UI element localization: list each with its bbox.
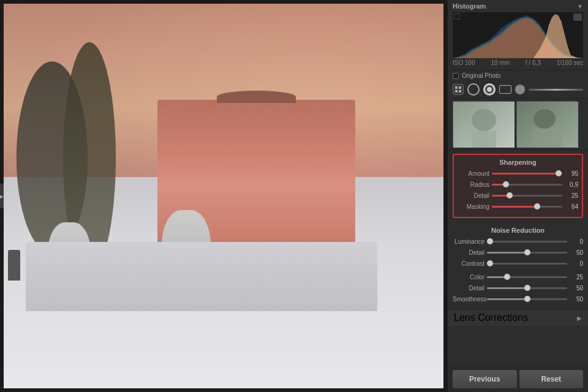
nr-color-label: Color <box>453 274 484 281</box>
photo-background <box>4 4 443 388</box>
svg-rect-0 <box>455 86 458 89</box>
sharpening-amount-value: 95 <box>565 170 578 177</box>
nr-contrast-value: 0 <box>570 260 583 267</box>
histogram-section: Histogram ▼ ISO 100 10 mm f / 6,3 <box>448 0 588 70</box>
tool-grid-icon[interactable] <box>453 84 464 95</box>
nr-smoothness-label: Smoothness <box>453 296 484 303</box>
original-photo-label: Original Photo <box>462 72 500 79</box>
nr-smoothness-row: Smoothness 50 <box>453 295 583 303</box>
nr-contrast-slider[interactable] <box>487 259 567 268</box>
nr-color-detail-slider[interactable] <box>487 284 567 292</box>
sharpening-section: Sharpening Amount 95 Radius <box>448 150 588 225</box>
nr-color-detail-row: Detail 50 <box>453 284 583 292</box>
noise-reduction-section: Noise Reduction Luminance 0 Detail <box>448 225 588 309</box>
sharpening-detail-label: Detail <box>458 192 489 199</box>
sharpening-radius-value: 0,9 <box>565 181 578 188</box>
svg-rect-6 <box>472 131 496 148</box>
lens-corrections-row[interactable]: Lens Corrections ▶ <box>448 309 588 326</box>
lens-corrections-chevron: ▶ <box>577 315 582 322</box>
histogram-focal: 10 mm <box>491 59 510 66</box>
previous-button[interactable]: Previous <box>453 370 517 388</box>
sharpening-detail-value: 25 <box>565 192 578 199</box>
noise-reduction-title: Noise Reduction <box>453 227 583 234</box>
histogram-svg <box>453 12 583 58</box>
right-panel: Histogram ▼ ISO 100 10 mm f / 6,3 <box>447 0 588 392</box>
bottom-buttons: Previous Reset <box>448 366 588 392</box>
sharpening-amount-row: Amount 95 <box>458 169 578 178</box>
sharpening-radius-slider[interactable] <box>492 180 562 189</box>
svg-rect-2 <box>455 90 458 92</box>
svg-point-5 <box>472 109 496 131</box>
nr-detail-value: 50 <box>570 249 583 256</box>
histogram-shutter: 1/160 sec <box>557 59 583 66</box>
tool-circle-icon[interactable] <box>467 83 480 96</box>
svg-rect-1 <box>459 86 461 89</box>
thumbnail-before[interactable] <box>453 101 514 147</box>
tool-dot-icon[interactable] <box>515 85 525 94</box>
histogram-iso: ISO 100 <box>453 59 475 66</box>
nr-luminance-label: Luminance <box>453 238 484 245</box>
nr-color-slider[interactable] <box>487 273 567 281</box>
histogram-title: Histogram <box>453 2 486 10</box>
sharpening-masking-label: Masking <box>458 203 489 210</box>
thumbnail-section <box>448 99 588 150</box>
nr-color-detail-value: 50 <box>570 285 583 292</box>
thumbnail-after[interactable] <box>516 101 578 147</box>
nr-detail-slider[interactable] <box>487 248 567 257</box>
svg-rect-9 <box>532 129 563 148</box>
svg-rect-3 <box>459 90 461 92</box>
statue <box>8 250 20 281</box>
sharpening-detail-slider[interactable] <box>492 191 562 200</box>
nr-smoothness-slider[interactable] <box>487 295 567 303</box>
panel-scrollable-content[interactable]: Sharpening Amount 95 Radius <box>448 150 588 366</box>
nr-luminance-value: 0 <box>570 238 583 245</box>
sharpening-amount-slider[interactable] <box>492 169 562 178</box>
tool-circle-filled-icon[interactable] <box>483 83 496 96</box>
sharpening-masking-value: 64 <box>565 203 578 210</box>
sharpening-masking-row: Masking 64 <box>458 202 578 211</box>
sharpening-box: Sharpening Amount 95 Radius <box>453 154 583 218</box>
sharpening-radius-label: Radius <box>458 181 489 188</box>
nr-color-row: Color 25 <box>453 273 583 281</box>
nr-contrast-label: Contrast <box>453 260 484 267</box>
original-photo-row: Original Photo <box>448 70 588 81</box>
histogram-canvas <box>453 12 583 58</box>
nr-smoothness-value: 50 <box>570 296 583 303</box>
nr-contrast-row: Contrast 0 <box>453 259 583 268</box>
tool-gradient-icon[interactable] <box>529 89 583 91</box>
sharpening-radius-row: Radius 0,9 <box>458 180 578 189</box>
tool-rect-icon[interactable] <box>499 85 511 94</box>
nr-color-detail-label: Detail <box>453 285 484 292</box>
nr-detail-row: Detail 50 <box>453 248 583 257</box>
nr-color-value: 25 <box>570 274 583 281</box>
histogram-header: Histogram ▼ <box>453 2 583 10</box>
photo-area: ▶ <box>0 0 447 392</box>
reset-button[interactable]: Reset <box>519 370 584 388</box>
sharpening-amount-label: Amount <box>458 170 489 177</box>
nr-luminance-row: Luminance 0 <box>453 237 583 246</box>
histogram-aperture: f / 6,3 <box>526 59 541 66</box>
sidebar-collapse-arrow[interactable]: ▶ <box>0 184 4 208</box>
sharpening-masking-slider[interactable] <box>492 202 562 211</box>
sharpening-title: Sharpening <box>458 159 578 166</box>
nr-luminance-slider[interactable] <box>487 237 567 246</box>
histogram-chevron[interactable]: ▼ <box>577 3 583 10</box>
lens-corrections-label: Lens Corrections <box>454 312 528 323</box>
svg-point-8 <box>533 109 556 129</box>
sharpening-detail-row: Detail 25 <box>458 191 578 200</box>
nr-detail-label: Detail <box>453 249 484 256</box>
histogram-info: ISO 100 10 mm f / 6,3 1/160 sec <box>453 58 583 67</box>
tools-row <box>448 81 588 99</box>
snow-hedge <box>26 242 377 311</box>
original-photo-checkbox[interactable] <box>453 73 459 79</box>
